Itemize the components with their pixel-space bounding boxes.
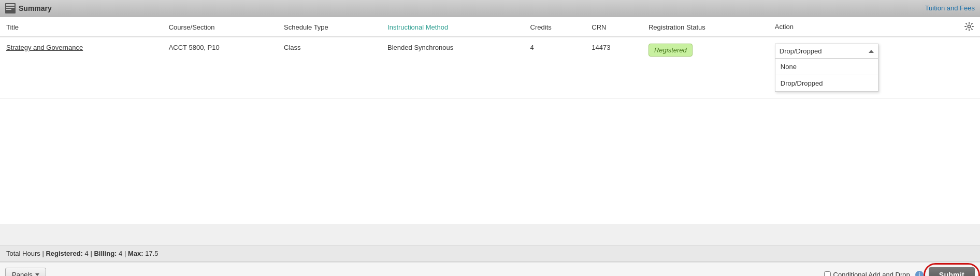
col-schedule-type: Schedule Type	[278, 17, 381, 37]
svg-rect-1	[6, 4, 15, 6]
cell-registration-status: Registered	[642, 37, 769, 99]
col-registration-status: Registration Status	[642, 17, 769, 37]
chevron-down-icon	[35, 273, 39, 276]
cell-title: Strategy and Governance	[0, 37, 163, 99]
info-icon[interactable]: i	[915, 271, 924, 277]
total-hours-bar: Total Hours | Registered: 4 | Billing: 4…	[0, 245, 980, 262]
max-label: Max:	[128, 250, 143, 257]
conditional-add-drop-label[interactable]: Conditional Add and Drop	[824, 271, 910, 276]
table-row: Strategy and Governance ACCT 5800, P10 C…	[0, 37, 980, 99]
header-bar: Summary Tuition and Fees	[0, 0, 980, 17]
submit-button[interactable]: Submit	[929, 267, 975, 277]
gear-icon[interactable]	[964, 22, 974, 31]
page-title: Summary	[19, 4, 52, 12]
col-credits: Credits	[524, 17, 586, 37]
summary-icon	[5, 3, 16, 13]
svg-point-4	[968, 25, 970, 27]
header-title: Summary	[5, 3, 52, 13]
cell-instructional-method: Blended Synchronous	[381, 37, 524, 99]
cell-action: Drop/Dropped None Drop/Dropped	[769, 37, 980, 99]
cell-credits: 4	[524, 37, 586, 99]
max-value: 17.5	[145, 250, 158, 257]
panels-label: Panels	[12, 271, 33, 276]
svg-rect-3	[6, 9, 11, 10]
bottom-bar: Panels Conditional Add and Drop i Submit	[0, 262, 980, 276]
status-badge: Registered	[648, 44, 693, 57]
main-content: Title Course/Section Schedule Type Instr…	[0, 17, 980, 224]
dropdown-arrow-up-icon	[869, 50, 874, 53]
registered-value: 4	[85, 250, 89, 257]
dropdown-selected-text: Drop/Dropped	[780, 47, 822, 55]
registered-label: Registered:	[46, 250, 83, 257]
col-title: Title	[0, 17, 163, 37]
action-dropdown[interactable]: Drop/Dropped None Drop/Dropped	[775, 44, 974, 92]
dropdown-option-drop-dropped[interactable]: Drop/Dropped	[775, 75, 878, 91]
right-actions: Conditional Add and Drop i Submit	[824, 267, 975, 277]
cell-schedule-type: Class	[278, 37, 381, 99]
dropdown-box[interactable]: Drop/Dropped None Drop/Dropped	[775, 44, 878, 92]
dropdown-option-none[interactable]: None	[775, 59, 878, 75]
table-header-row: Title Course/Section Schedule Type Instr…	[0, 17, 980, 37]
billing-label: Billing:	[94, 250, 117, 257]
col-course-section: Course/Section	[163, 17, 278, 37]
cell-course-section: ACCT 5800, P10	[163, 37, 278, 99]
col-crn: CRN	[585, 17, 642, 37]
conditional-label-text: Conditional Add and Drop	[833, 271, 910, 276]
dropdown-options-list: None Drop/Dropped	[775, 59, 878, 91]
cell-crn: 14473	[585, 37, 642, 99]
course-title-link[interactable]: Strategy and Governance	[6, 44, 83, 51]
total-hours-label: Total Hours	[6, 250, 40, 257]
col-action: Action	[769, 17, 980, 37]
registration-table: Title Course/Section Schedule Type Instr…	[0, 17, 980, 99]
dropdown-selected-item[interactable]: Drop/Dropped	[775, 44, 878, 59]
conditional-add-drop-checkbox[interactable]	[824, 271, 831, 276]
billing-value: 4	[119, 250, 122, 257]
tuition-fees-link[interactable]: Tuition and Fees	[925, 4, 975, 12]
submit-wrapper: Submit	[929, 267, 975, 277]
col-instructional-method: Instructional Method	[381, 17, 524, 37]
svg-rect-2	[6, 7, 15, 8]
separator-3: |	[124, 250, 128, 257]
panels-button[interactable]: Panels	[5, 268, 46, 276]
